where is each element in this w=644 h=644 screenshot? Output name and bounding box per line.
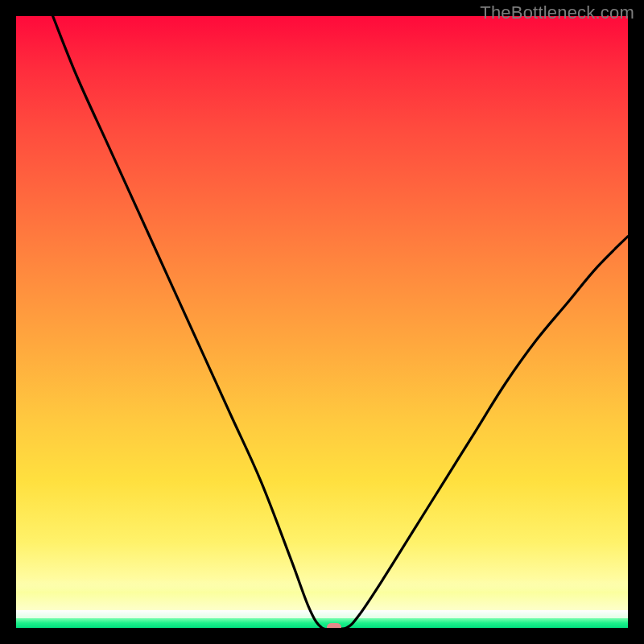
bottleneck-curve <box>53 16 628 628</box>
plot-area <box>16 16 628 628</box>
watermark-text: TheBottleneck.com <box>480 2 634 23</box>
curve-svg <box>16 16 628 628</box>
chart-frame: TheBottleneck.com <box>0 0 644 644</box>
vertex-marker <box>327 623 341 628</box>
